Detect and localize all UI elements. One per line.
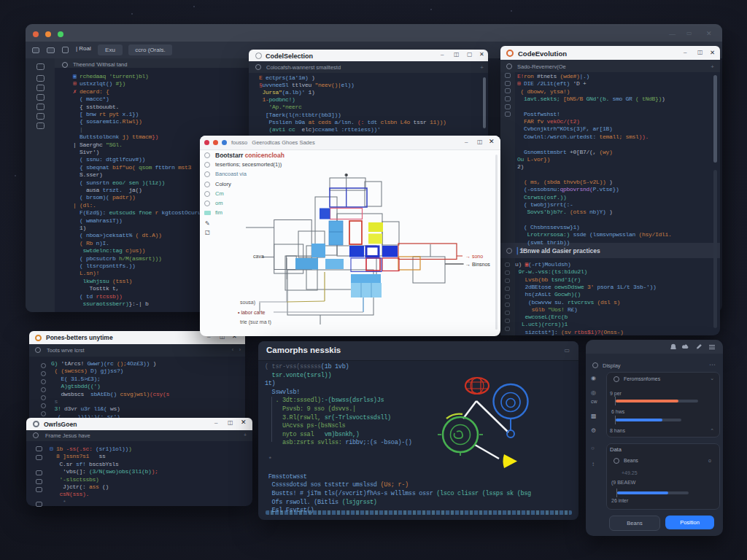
svg-text:sousa): sousa) <box>240 300 255 306</box>
svg-text:trie (suz ma t): trie (suz ma t) <box>240 319 271 325</box>
svg-text:cava: cava <box>253 254 264 259</box>
svg-text:→ Binsnos: → Binsnos <box>465 262 490 267</box>
svg-text:→ sono: → sono <box>465 254 483 259</box>
svg-text:• labor carte: • labor carte <box>238 310 266 315</box>
